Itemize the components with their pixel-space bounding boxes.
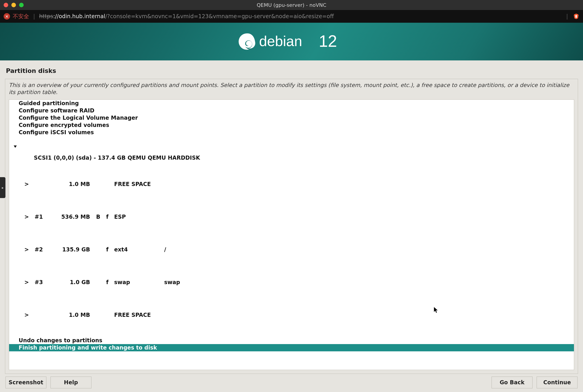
menu-item-guided[interactable]: Guided partitioning — [9, 100, 574, 107]
partition-row[interactable]: > #1 536.9 MB B f ESP — [9, 200, 574, 233]
minimize-window-button[interactable] — [11, 3, 16, 7]
menu-item-undo[interactable]: Undo changes to partitions — [9, 337, 574, 344]
debian-logo: debian 12 — [219, 31, 364, 52]
browser-address-bar: ✕ 不安全 | https://odin.hub.internal/?conso… — [0, 10, 583, 23]
debian-version: 12 — [319, 32, 337, 50]
partition-row[interactable]: > 1.0 MB FREE SPACE — [9, 299, 574, 331]
menu-item-raid[interactable]: Configure software RAID — [9, 107, 574, 114]
menu-item-iscsi[interactable]: Configure iSCSI volumes — [9, 129, 574, 136]
partition-row[interactable]: > #2 135.9 GB f ext4 / — [9, 233, 574, 266]
novnc-side-handle[interactable]: ▸ — [0, 177, 6, 198]
page-title: Partition disks — [6, 67, 578, 74]
menu-item-encrypted[interactable]: Configure encrypted volumes — [9, 122, 574, 129]
spacer — [9, 331, 574, 337]
chevron-right-icon: ▸ — [2, 186, 4, 190]
window-title: QEMU (gpu-server) - noVNC — [257, 2, 326, 8]
go-back-button[interactable]: Go Back — [492, 376, 532, 388]
device-label: SCSI1 (0,0,0) (sda) - 137.4 GB QEMU QEMU… — [34, 155, 200, 161]
menu-item-finish[interactable]: Finish partitioning and write changes to… — [9, 344, 574, 351]
footer-buttons: Screenshot Help Go Back Continue — [5, 374, 578, 388]
close-window-button[interactable] — [4, 3, 8, 7]
maximize-window-button[interactable] — [19, 3, 24, 7]
insecure-label[interactable]: 不安全 — [13, 13, 29, 20]
separator: | — [565, 13, 569, 20]
continue-button[interactable]: Continue — [537, 376, 577, 388]
installer-content: Partition disks This is an overview of y… — [0, 60, 583, 392]
url-display[interactable]: https://odin.hub.internal/?console=kvm&n… — [39, 13, 334, 20]
menu-item-lvm[interactable]: Configure the Logical Volume Manager — [9, 114, 574, 122]
screenshot-button[interactable]: Screenshot — [6, 376, 46, 388]
url-path: /?console=kvm&novnc=1&vmid=123&vmname=gp… — [105, 13, 334, 20]
help-button[interactable]: Help — [51, 376, 91, 388]
spacer — [9, 136, 574, 142]
insecure-icon[interactable]: ✕ — [4, 13, 10, 20]
installer-banner: debian 12 — [0, 23, 583, 60]
partition-panel: This is an overview of your currently co… — [5, 79, 578, 374]
svg-text:debian: debian — [259, 33, 302, 49]
separator: | — [32, 13, 36, 20]
instructions-text: This is an overview of your currently co… — [5, 79, 578, 100]
window-controls — [4, 3, 24, 7]
device-row[interactable]: SCSI1 (0,0,0) (sda) - 137.4 GB QEMU QEMU… — [9, 142, 574, 168]
window-titlebar: QEMU (gpu-server) - noVNC — [0, 0, 583, 10]
partition-row[interactable]: > #3 1.0 GB f swap swap — [9, 266, 574, 299]
partition-list[interactable]: Guided partitioning Configure software R… — [9, 100, 574, 370]
partition-row[interactable]: > 1.0 MB FREE SPACE — [9, 168, 574, 200]
expand-icon — [13, 144, 17, 150]
url-scheme: https — [39, 13, 53, 20]
url-host: ://odin.hub.internal — [53, 13, 105, 20]
brave-shields-icon[interactable] — [573, 13, 579, 20]
